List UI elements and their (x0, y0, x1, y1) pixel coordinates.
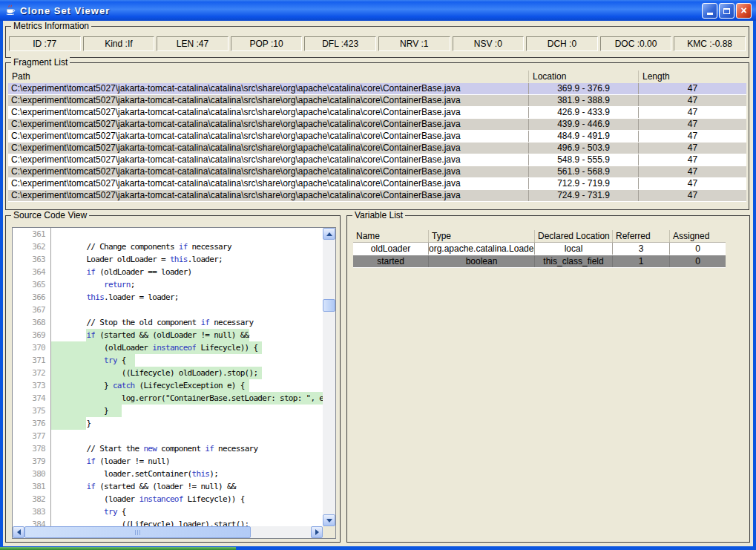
fragment-row[interactable]: C:\experiment\tomcat5027\jakarta-tomcat-… (8, 131, 746, 143)
fragment-location-cell: 381.9 - 388.9 (529, 95, 639, 106)
line-number: 382 (13, 493, 51, 505)
column-header-declared-location[interactable]: Declared Location (535, 230, 613, 242)
fragment-path-cell: C:\experiment\tomcat5027\jakarta-tomcat-… (8, 119, 529, 130)
fragment-row[interactable]: C:\experiment\tomcat5027\jakarta-tomcat-… (8, 95, 746, 107)
vertical-scroll-thumb[interactable] (323, 299, 335, 312)
code-text: if (loader != null) (51, 455, 323, 468)
fragment-location-cell: 496.9 - 503.9 (529, 143, 639, 154)
maximize-button[interactable] (719, 3, 734, 19)
arrow-left-icon (17, 529, 21, 535)
metric-box: NRV :1 (378, 36, 450, 51)
arrow-down-icon (326, 519, 332, 523)
column-header-location[interactable]: Location (529, 71, 639, 82)
scroll-up-button[interactable] (323, 228, 335, 240)
line-number: 361 (13, 228, 51, 240)
code-text: (loader instanceof Lifecycle)) { (51, 493, 323, 505)
minimize-icon (707, 13, 713, 15)
code-text: log.error("ContainerBase.setLoader: stop… (51, 392, 323, 405)
fragment-location-cell: 561.9 - 568.9 (529, 166, 639, 177)
metric-box: DFL :423 (304, 36, 376, 51)
line-number: 362 (13, 240, 51, 253)
metric-box: LEN :47 (157, 36, 229, 51)
code-scrollpane: 361362 // Change components if necessary… (12, 227, 336, 539)
scroll-left-button[interactable] (13, 526, 24, 538)
fragment-row[interactable]: C:\experiment\tomcat5027\jakarta-tomcat-… (8, 107, 746, 119)
fragment-location-cell: 439.9 - 446.9 (529, 119, 639, 130)
column-header-referred[interactable]: Referred (613, 230, 670, 242)
code-line: 380 loader.setContainer(this); (13, 468, 323, 480)
line-number: 379 (13, 455, 51, 468)
variable-type-cell: boolean (429, 255, 535, 267)
line-number: 369 (13, 329, 51, 341)
fragment-table-header: Path Location Length (8, 71, 746, 82)
fragment-row[interactable]: C:\experiment\tomcat5027\jakarta-tomcat-… (8, 143, 746, 154)
fragment-path-cell: C:\experiment\tomcat5027\jakarta-tomcat-… (8, 107, 529, 118)
fragment-length-cell: 47 (639, 190, 746, 201)
fragment-row[interactable]: C:\experiment\tomcat5027\jakarta-tomcat-… (8, 83, 746, 95)
code-text: if (started && (loader != null) && (51, 480, 323, 493)
metrics-panel: Metrics Information ID :77Kind :IfLEN :4… (5, 26, 749, 58)
fragment-row[interactable]: C:\experiment\tomcat5027\jakarta-tomcat-… (8, 154, 746, 166)
line-number: 383 (13, 505, 51, 518)
code-line: 381 if (started && (loader != null) && (13, 480, 323, 493)
code-line: 361 (13, 228, 323, 240)
minimize-button[interactable] (702, 3, 717, 19)
column-header-name[interactable]: Name (353, 230, 429, 242)
code-view[interactable]: 361362 // Change components if necessary… (13, 228, 323, 526)
fragment-row[interactable]: C:\experiment\tomcat5027\jakarta-tomcat-… (8, 119, 746, 131)
fragment-path-cell: C:\experiment\tomcat5027\jakarta-tomcat-… (8, 178, 529, 189)
horizontal-scroll-thumb[interactable] (24, 526, 251, 538)
column-header-type[interactable]: Type (429, 230, 535, 242)
line-number: 378 (13, 442, 51, 455)
fragment-length-cell: 47 (639, 119, 746, 130)
line-number: 366 (13, 291, 51, 304)
window-title: Clone Set Viewer (20, 5, 110, 16)
fragment-path-cell: C:\experiment\tomcat5027\jakarta-tomcat-… (8, 190, 529, 201)
fragment-table-body: C:\experiment\tomcat5027\jakarta-tomcat-… (8, 83, 746, 202)
taskbar-start-peek (0, 547, 236, 550)
code-text: // Start the new component if necessary (51, 442, 323, 455)
metric-box: Kind :If (83, 36, 155, 51)
scroll-right-button[interactable] (311, 526, 323, 538)
fragment-location-cell: 369.9 - 376.9 (529, 83, 639, 94)
window-content: Metrics Information ID :77Kind :IfLEN :4… (3, 21, 753, 546)
line-number: 381 (13, 480, 51, 493)
fragment-length-cell: 47 (639, 83, 746, 94)
code-text (51, 430, 323, 442)
variable-row[interactable]: startedbooleanthis_class_field10 (353, 255, 726, 268)
title-bar[interactable]: Clone Set Viewer × (0, 0, 756, 21)
code-line: 376 } (13, 417, 323, 430)
code-text: return; (51, 278, 323, 291)
code-line: 383 try { (13, 505, 323, 518)
fragment-row[interactable]: C:\experiment\tomcat5027\jakarta-tomcat-… (8, 190, 746, 202)
line-number: 365 (13, 278, 51, 291)
column-header-length[interactable]: Length (639, 71, 746, 82)
variable-list-panel: Variable List Name Type Declared Locatio… (346, 215, 750, 543)
code-text (51, 228, 323, 240)
column-header-path[interactable]: Path (8, 71, 529, 82)
code-text: // Stop the old component if necessary (51, 316, 323, 329)
column-header-assigned[interactable]: Assigned (670, 230, 726, 242)
variable-table-body: oldLoaderorg.apache.catalina.Loaderlocal… (353, 243, 726, 268)
code-line: 365 return; (13, 278, 323, 291)
fragment-path-cell: C:\experiment\tomcat5027\jakarta-tomcat-… (8, 95, 529, 106)
metric-box: DCH :0 (526, 36, 598, 51)
horizontal-scrollbar[interactable] (13, 526, 323, 538)
metric-box: KMC :-0.88 (674, 36, 746, 51)
line-number: 367 (13, 304, 51, 316)
code-line: 372 ((Lifecycle) oldLoader).stop(); (13, 367, 323, 379)
scrollbar-corner (323, 526, 335, 538)
vertical-scrollbar[interactable] (323, 228, 335, 526)
code-text: if (oldLoader == loader) (51, 266, 323, 278)
code-line: 363 Loader oldLoader = this.loader; (13, 253, 323, 266)
fragment-path-cell: C:\experiment\tomcat5027\jakarta-tomcat-… (8, 166, 529, 177)
code-text: try { (51, 505, 323, 518)
variable-declared-cell: local (535, 243, 613, 255)
close-button[interactable]: × (736, 3, 752, 19)
scroll-down-button[interactable] (323, 514, 335, 526)
fragment-row[interactable]: C:\experiment\tomcat5027\jakarta-tomcat-… (8, 166, 746, 178)
fragment-path-cell: C:\experiment\tomcat5027\jakarta-tomcat-… (8, 143, 529, 154)
line-number: 377 (13, 430, 51, 442)
fragment-row[interactable]: C:\experiment\tomcat5027\jakarta-tomcat-… (8, 178, 746, 190)
variable-row[interactable]: oldLoaderorg.apache.catalina.Loaderlocal… (353, 243, 726, 255)
